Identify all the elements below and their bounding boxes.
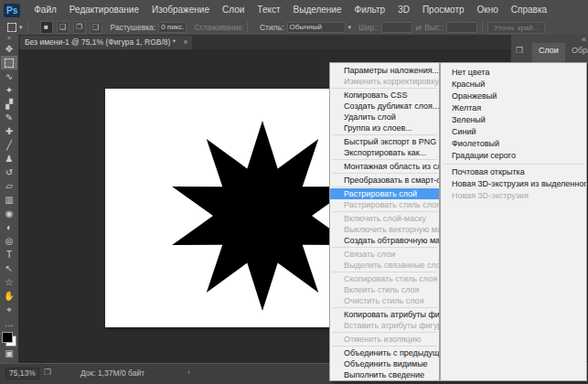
tab-swatches[interactable]: Образц: [565, 43, 588, 62]
eraser-tool[interactable]: ▱: [1, 179, 17, 193]
antialias-checkbox-label: Сглаживание: [194, 23, 242, 32]
context-menu-item[interactable]: Копировать атрибуты фигуры: [330, 309, 439, 320]
context-menu-item[interactable]: Удалить слой: [330, 112, 439, 123]
color-swatches[interactable]: [2, 332, 16, 347]
brush-tool[interactable]: ╱: [1, 138, 17, 152]
menu-separator: [332, 346, 437, 347]
shape-tool[interactable]: ☆: [1, 275, 17, 289]
style-select[interactable]: Обычный: [287, 22, 346, 33]
submenu-item[interactable]: Оранжевый: [441, 91, 586, 102]
status-options-chevron-icon[interactable]: ›: [187, 368, 190, 377]
close-icon[interactable]: ×: [183, 37, 187, 47]
menu-image[interactable]: Изображение: [145, 0, 216, 20]
move-tool[interactable]: ✥: [1, 42, 17, 56]
submenu-item[interactable]: Почтовая открытка: [441, 166, 586, 178]
menu-filter[interactable]: Фильтр: [348, 0, 392, 20]
new-selection-button[interactable]: ■: [40, 21, 53, 34]
context-menu-item: Очистить стиль слоя: [330, 295, 439, 306]
width-input[interactable]: [381, 22, 412, 33]
context-menu-item[interactable]: Преобразовать в смарт-объект: [330, 175, 439, 186]
context-menu-item: Вклеить стиль слоя: [330, 284, 439, 295]
submenu-item[interactable]: Фиолетовый: [441, 138, 586, 150]
dodge-tool[interactable]: ◐: [1, 220, 17, 234]
intersect-selection-button[interactable]: ❑: [90, 21, 102, 34]
zoom-level-field[interactable]: 75,13%: [5, 368, 39, 379]
menu-edit[interactable]: Редактирование: [63, 0, 145, 20]
type-tool[interactable]: T: [1, 248, 17, 261]
submenu-item[interactable]: Градации серого: [441, 150, 586, 162]
submenu-item[interactable]: Красный: [441, 79, 586, 91]
context-menu-item[interactable]: Объединить с предыдущим: [330, 347, 439, 358]
document-tab[interactable]: Без имени-1 @ 75,1% (Фигура 1, RGB/8) * …: [20, 36, 192, 49]
menu-view[interactable]: Просмотр: [416, 0, 471, 20]
chevron-down-icon: ▾: [19, 24, 23, 31]
context-menu-item[interactable]: Копировать CSS: [330, 90, 439, 101]
submenu-item[interactable]: Синий: [441, 126, 586, 138]
tools-panel: » ✥ ∿ ✦ ▞ ✎ ✚ ╱ ♟ ↺ ▱ ▥ ◉ ◐ ◎ T ↖ ☆ ✋ ⌖ …: [0, 35, 19, 363]
context-menu-item-rasterize-layer[interactable]: Растрировать слой: [330, 188, 439, 199]
healing-brush-tool[interactable]: ✚: [1, 124, 17, 138]
menu-separator: [332, 173, 437, 174]
context-menu-item: Скопировать стиль слоя: [330, 273, 439, 284]
menu-window[interactable]: Окно: [471, 0, 505, 20]
menu-layers[interactable]: Слои: [216, 0, 251, 20]
smudge-tool[interactable]: ◎: [1, 234, 17, 248]
context-menu-item[interactable]: Выполнить сведение: [330, 369, 439, 380]
feather-label: Растушевка:: [111, 23, 156, 32]
context-menu-item: Изменить корректировку...: [330, 76, 439, 87]
panel-dock-header: « ❐ Слои Образц: [510, 35, 588, 62]
menu-separator: [332, 134, 437, 135]
swap-dimensions-icon[interactable]: ⇄: [415, 23, 422, 32]
menu-file[interactable]: Файл: [27, 0, 63, 20]
context-menu-item[interactable]: Объединить видимые: [330, 358, 439, 369]
submenu-item[interactable]: Новая 3D-экструзия из выделенного слоя: [441, 178, 586, 190]
context-menu-item[interactable]: Монтажная область из слоев...: [330, 161, 439, 172]
context-menu-item: Растрировать стиль слоя: [330, 199, 439, 210]
eyedropper-tool[interactable]: ✎: [1, 111, 17, 124]
menu-select[interactable]: Выделение: [287, 0, 348, 20]
menu-help[interactable]: Справка: [505, 0, 553, 20]
context-menu-item[interactable]: Параметры наложения...: [330, 65, 439, 76]
foreground-color-swatch[interactable]: [2, 332, 13, 343]
photoshop-logo: Ps: [4, 4, 20, 17]
clone-stamp-tool[interactable]: ♟: [1, 152, 17, 165]
path-selection-tool[interactable]: ↖: [1, 261, 17, 275]
submenu-item[interactable]: Нет цвета: [441, 67, 586, 79]
submenu-item[interactable]: Зеленый: [441, 114, 586, 126]
marquee-tool-icon: [7, 23, 16, 32]
context-menu-item: Выключить векторную маску: [330, 224, 439, 235]
hand-tool[interactable]: ✋: [1, 289, 17, 303]
divider: [482, 22, 483, 33]
zoom-tool[interactable]: ⌖: [1, 303, 17, 316]
context-menu-item: Отменить изоляцию: [330, 334, 439, 345]
tool-preset[interactable]: ▾: [7, 23, 23, 32]
history-brush-tool[interactable]: ↺: [1, 165, 17, 179]
context-menu-item[interactable]: Экспортировать как...: [330, 147, 439, 158]
menu-3d[interactable]: 3D: [391, 0, 416, 20]
magic-wand-tool[interactable]: ✦: [1, 83, 17, 97]
context-menu-item[interactable]: Группа из слоев...: [330, 123, 439, 133]
feather-input[interactable]: 0 пикс.: [158, 22, 187, 33]
menu-separator: [332, 159, 437, 160]
quick-mask-button[interactable]: ▣: [1, 347, 17, 360]
context-menu-item[interactable]: Быстрый экспорт в PNG: [330, 136, 439, 147]
context-menu-item[interactable]: Создать обтравочную маску: [330, 235, 439, 246]
context-menu-item: Выделить связанные слои: [330, 260, 439, 271]
menu-separator: [332, 332, 437, 333]
tab-layers[interactable]: Слои: [532, 43, 565, 62]
expand-toolbar-icon[interactable]: »: [7, 35, 11, 42]
edit-toolbar-icon[interactable]: …: [1, 316, 17, 330]
gradient-tool[interactable]: ▥: [1, 193, 17, 207]
menu-type[interactable]: Текст: [251, 0, 286, 20]
crop-tool[interactable]: ▞: [1, 97, 17, 111]
submenu-item[interactable]: Желтая: [441, 102, 586, 114]
blur-tool[interactable]: ◉: [1, 207, 17, 220]
add-selection-button[interactable]: ❏: [57, 21, 69, 34]
context-menu-item[interactable]: Создать дубликат слоя...: [330, 101, 439, 112]
height-input[interactable]: [446, 22, 477, 33]
panel-icon: ❐: [516, 46, 523, 55]
menu-separator: [332, 272, 437, 272]
rectangular-marquee-tool[interactable]: [1, 56, 17, 69]
lasso-tool[interactable]: ∿: [1, 69, 17, 83]
subtract-selection-button[interactable]: ❐: [73, 21, 86, 34]
